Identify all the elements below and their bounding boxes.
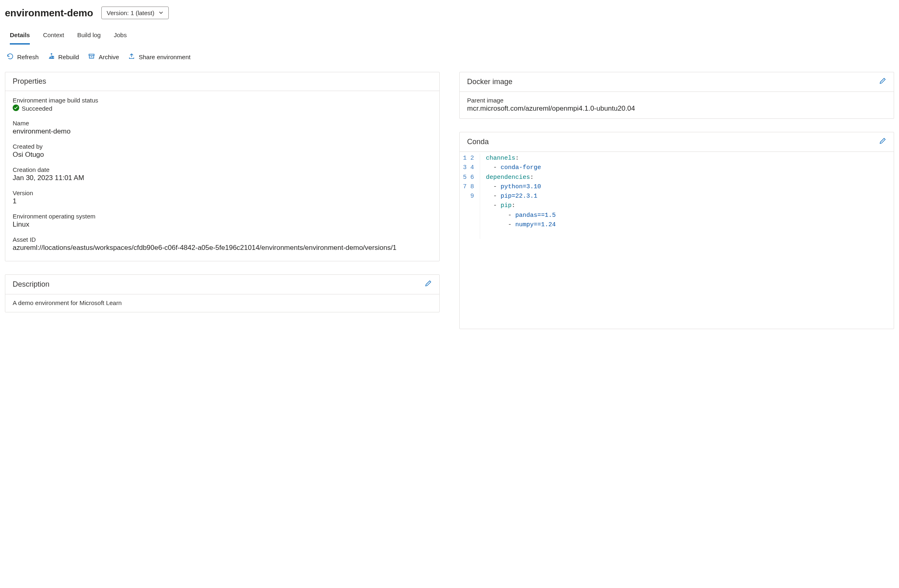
prop-version-value: 1 bbox=[13, 197, 432, 205]
archive-button[interactable]: Archive bbox=[88, 53, 119, 61]
conda-card-title: Conda bbox=[467, 138, 489, 146]
prop-name: Name environment-demo bbox=[13, 120, 432, 136]
content-grid: Properties Environment image build statu… bbox=[5, 72, 894, 342]
archive-label: Archive bbox=[98, 53, 119, 60]
edit-conda-button[interactable] bbox=[879, 137, 886, 147]
prop-name-value: environment-demo bbox=[13, 127, 432, 136]
refresh-icon bbox=[7, 53, 14, 61]
prop-version-label: Version bbox=[13, 189, 432, 196]
prop-created-by-value: Osi Otugo bbox=[13, 151, 432, 159]
share-button[interactable]: Share environment bbox=[128, 53, 190, 61]
description-card-header: Description bbox=[5, 275, 439, 294]
prop-build-status-value-row: Succeeded bbox=[13, 105, 432, 112]
prop-os-value: Linux bbox=[13, 220, 432, 229]
rebuild-icon bbox=[48, 53, 55, 61]
share-label: Share environment bbox=[139, 53, 190, 60]
properties-card: Properties Environment image build statu… bbox=[5, 72, 440, 261]
conda-code-block: 1 2 3 4 5 6 7 8 9 channels: - conda-forg… bbox=[460, 152, 894, 329]
prop-creation-date-value: Jan 30, 2023 11:01 AM bbox=[13, 174, 432, 182]
prop-asset-id: Asset ID azureml://locations/eastus/work… bbox=[13, 236, 432, 252]
prop-os-label: Environment operating system bbox=[13, 213, 432, 220]
right-column: Docker image Parent image mcr.microsoft.… bbox=[459, 72, 894, 342]
toolbar: Refresh Rebuild Archive Share environmen… bbox=[5, 45, 894, 72]
refresh-label: Refresh bbox=[17, 53, 39, 60]
properties-card-title: Properties bbox=[13, 77, 46, 86]
docker-parent-image-value: mcr.microsoft.com/azureml/openmpi4.1.0-u… bbox=[467, 105, 886, 113]
tabs: Details Context Build log Jobs bbox=[5, 22, 894, 45]
left-column: Properties Environment image build statu… bbox=[5, 72, 440, 325]
tab-buildlog[interactable]: Build log bbox=[77, 28, 101, 45]
docker-parent-image-label: Parent image bbox=[467, 97, 886, 104]
docker-card-body: Parent image mcr.microsoft.com/azureml/o… bbox=[460, 92, 894, 118]
description-card: Description A demo environment for Micro… bbox=[5, 274, 440, 312]
prop-build-status-value: Succeeded bbox=[22, 105, 52, 112]
version-selector-label: Version: 1 (latest) bbox=[107, 9, 154, 16]
docker-card-header: Docker image bbox=[460, 72, 894, 92]
svg-rect-0 bbox=[89, 54, 94, 56]
prop-build-status-label: Environment image build status bbox=[13, 97, 432, 104]
refresh-button[interactable]: Refresh bbox=[7, 53, 39, 61]
page-header: environment-demo Version: 1 (latest) bbox=[5, 5, 894, 22]
docker-card-title: Docker image bbox=[467, 78, 512, 86]
docker-card: Docker image Parent image mcr.microsoft.… bbox=[459, 72, 894, 119]
properties-card-header: Properties bbox=[5, 72, 439, 91]
prop-asset-id-value: azureml://locations/eastus/workspaces/cf… bbox=[13, 244, 432, 252]
prop-name-label: Name bbox=[13, 120, 432, 127]
rebuild-label: Rebuild bbox=[58, 53, 79, 60]
prop-created-by-label: Created by bbox=[13, 143, 432, 150]
prop-version: Version 1 bbox=[13, 189, 432, 205]
prop-created-by: Created by Osi Otugo bbox=[13, 143, 432, 159]
version-selector[interactable]: Version: 1 (latest) bbox=[101, 7, 169, 19]
properties-card-body: Environment image build status Succeeded… bbox=[5, 91, 439, 261]
prop-creation-date-label: Creation date bbox=[13, 166, 432, 173]
tab-context[interactable]: Context bbox=[43, 28, 64, 45]
tab-details[interactable]: Details bbox=[10, 28, 30, 45]
conda-card: Conda 1 2 3 4 5 6 7 8 9 channels: - cond… bbox=[459, 132, 894, 329]
edit-description-button[interactable] bbox=[425, 280, 432, 289]
prop-asset-id-label: Asset ID bbox=[13, 236, 432, 243]
conda-card-header: Conda bbox=[460, 132, 894, 152]
conda-code-lines: channels: - conda-forge dependencies: - … bbox=[480, 154, 894, 239]
page-title: environment-demo bbox=[5, 7, 93, 19]
rebuild-button[interactable]: Rebuild bbox=[48, 53, 79, 61]
description-text: A demo environment for Microsoft Learn bbox=[13, 299, 432, 306]
description-card-title: Description bbox=[13, 280, 49, 289]
success-icon bbox=[13, 105, 19, 112]
prop-creation-date: Creation date Jan 30, 2023 11:01 AM bbox=[13, 166, 432, 182]
tab-jobs[interactable]: Jobs bbox=[114, 28, 127, 45]
conda-line-numbers: 1 2 3 4 5 6 7 8 9 bbox=[460, 154, 480, 239]
prop-build-status: Environment image build status Succeeded bbox=[13, 97, 432, 112]
chevron-down-icon bbox=[159, 9, 163, 16]
edit-docker-button[interactable] bbox=[879, 77, 886, 87]
archive-icon bbox=[88, 53, 95, 61]
share-icon bbox=[128, 53, 135, 61]
description-card-body: A demo environment for Microsoft Learn bbox=[5, 294, 439, 312]
prop-os: Environment operating system Linux bbox=[13, 213, 432, 229]
